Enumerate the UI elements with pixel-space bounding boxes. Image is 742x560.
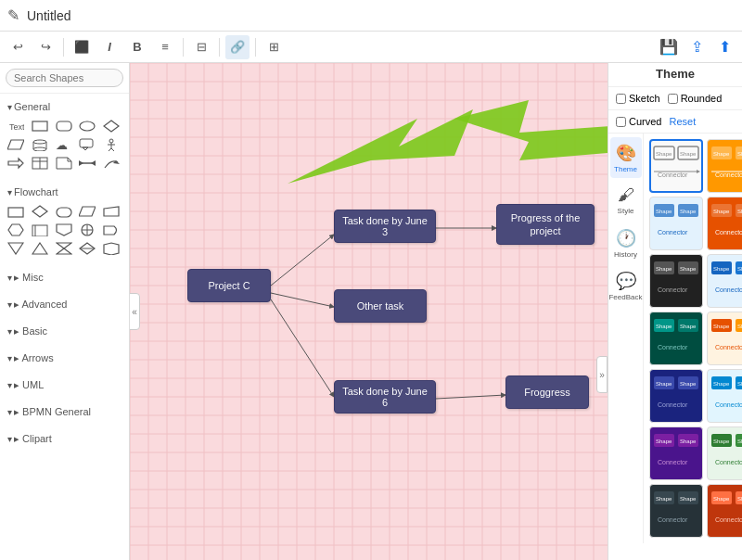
svg-text:Connector: Connector <box>715 344 742 350</box>
section-uml-title[interactable]: ▸ UML <box>6 375 123 395</box>
section-basic-title[interactable]: ▸ Basic <box>6 322 123 341</box>
svg-rect-1 <box>32 121 47 131</box>
fc-prep[interactable] <box>6 222 26 238</box>
node-other-task[interactable]: Other task <box>334 289 427 323</box>
table-button[interactable]: ⊞ <box>262 35 286 59</box>
curved-checkbox[interactable] <box>616 117 626 127</box>
search-input[interactable] <box>6 69 123 87</box>
theme-icon-btn[interactable]: 🎨 Theme <box>610 137 642 178</box>
node-task-june6[interactable]: Task done by June 6 <box>334 380 436 414</box>
theme-card-2[interactable]: Shape Shape Connector <box>707 139 742 193</box>
section-general-title[interactable]: General <box>6 97 123 116</box>
svg-text:Shape: Shape <box>656 496 672 502</box>
node-progress[interactable]: Progress of the project <box>496 204 595 245</box>
left-panel-collapse[interactable]: « <box>130 293 140 330</box>
shape-parallelogram[interactable] <box>6 136 26 153</box>
section-advanced-title[interactable]: ▸ Advanced <box>6 295 123 314</box>
fc-internal[interactable] <box>30 222 50 238</box>
format-button[interactable]: ⬛ <box>70 35 94 59</box>
right-panel-content: 🎨 Theme 🖌 Style 🕐 History 💬 FeedBack <box>608 134 742 543</box>
section-misc-title[interactable]: ▸ Misc <box>6 268 123 287</box>
publish-button[interactable]: ⬆ <box>712 35 736 59</box>
svg-rect-31 <box>57 208 71 217</box>
history-icon-btn[interactable]: 🕐 History <box>610 223 642 263</box>
link-button[interactable]: 🔗 <box>225 35 249 59</box>
theme-card-7[interactable]: Shape Shape Connector <box>649 312 703 365</box>
toolbar-separator-3 <box>219 38 220 57</box>
curved-label[interactable]: Curved <box>616 116 661 127</box>
fc-data[interactable] <box>77 203 97 220</box>
shape-cylinder[interactable] <box>30 136 50 153</box>
theme-card-10[interactable]: Shape Shape Connector <box>707 369 742 423</box>
reset-button[interactable]: Reset <box>669 116 696 127</box>
fc-delay[interactable] <box>101 222 122 238</box>
fc-manual[interactable] <box>101 203 122 220</box>
shape-curved-arrow[interactable] <box>101 155 122 172</box>
shape-note[interactable] <box>54 155 74 172</box>
shape-double-arrow[interactable] <box>77 155 97 172</box>
theme-card-8[interactable]: Shape Shape Connector <box>707 312 742 365</box>
canvas-area[interactable]: « Project C T <box>130 63 608 560</box>
toolbar-separator-4 <box>255 38 256 57</box>
shape-text[interactable]: Text <box>6 118 26 134</box>
svg-text:Shape: Shape <box>656 266 672 272</box>
section-arrows-title[interactable]: ▸ Arrows <box>6 349 123 368</box>
svg-text:Shape: Shape <box>713 496 730 502</box>
svg-text:Shape: Shape <box>737 381 742 387</box>
shape-arrow-right[interactable] <box>6 155 26 172</box>
section-bpmn-title[interactable]: ▸ BPMN General <box>6 402 123 422</box>
fc-merge[interactable] <box>6 240 26 257</box>
theme-card-6[interactable]: Shape Shape Connector <box>707 254 742 308</box>
share-button[interactable]: ⇪ <box>684 35 709 59</box>
redo-button[interactable]: ↪ <box>33 35 58 59</box>
list-button[interactable]: ≡ <box>153 35 177 59</box>
shape-rounded[interactable] <box>54 118 74 134</box>
fc-sumjunction[interactable] <box>77 222 97 238</box>
theme-card-12[interactable]: Shape Shape Connector <box>707 426 742 480</box>
theme-card-3[interactable]: Shape Shape Connector <box>649 197 703 250</box>
svg-rect-2 <box>57 121 71 131</box>
undo-button[interactable]: ↩ <box>6 35 30 59</box>
node-task-june3[interactable]: Task done by June 3 <box>334 210 436 243</box>
theme-card-1[interactable]: Shape Shape Connector <box>649 139 703 193</box>
feedback-icon-btn[interactable]: 💬 FeedBack <box>610 265 642 306</box>
shape-person[interactable] <box>101 136 122 153</box>
fc-process[interactable] <box>6 203 26 220</box>
rounded-label[interactable]: Rounded <box>668 93 723 104</box>
save-button[interactable]: 💾 <box>657 35 681 59</box>
theme-card-13[interactable]: Shape Shape Connector <box>649 484 703 538</box>
history-icon-label: History <box>614 250 637 259</box>
shape-diamond[interactable] <box>101 118 122 134</box>
section-flowchart-title[interactable]: Flowchart <box>6 183 123 201</box>
theme-card-11[interactable]: Shape Shape Connector <box>649 426 703 480</box>
shape-table[interactable] <box>30 155 50 172</box>
align-button[interactable]: ⊟ <box>189 35 213 59</box>
section-clipart-title[interactable]: ▸ Clipart <box>6 429 123 449</box>
theme-card-9[interactable]: Shape Shape Connector <box>649 369 703 423</box>
rounded-checkbox[interactable] <box>668 94 678 104</box>
fc-extract[interactable] <box>30 240 50 257</box>
style-icon-btn[interactable]: 🖌 Style <box>610 180 642 221</box>
shape-callout[interactable] <box>77 136 97 153</box>
node-project-c[interactable]: Project C <box>187 269 271 302</box>
theme-card-14[interactable]: Shape Shape Connector <box>707 484 742 538</box>
shape-rect[interactable] <box>30 118 50 134</box>
fc-store[interactable] <box>101 240 122 257</box>
node-froggress[interactable]: Froggress <box>505 375 589 409</box>
theme-card-5[interactable]: Shape Shape Connector <box>649 254 703 308</box>
sketch-label[interactable]: Sketch <box>616 93 660 104</box>
shape-ellipse[interactable] <box>77 118 97 134</box>
fc-collate[interactable] <box>54 240 74 257</box>
fc-decision[interactable] <box>30 203 50 220</box>
section-arrows: ▸ Arrows <box>0 345 129 372</box>
shape-cloud[interactable]: ☁ <box>54 136 74 153</box>
fc-offpage[interactable] <box>54 222 74 238</box>
italic-button[interactable]: I <box>97 35 122 59</box>
fc-sort[interactable] <box>77 240 97 257</box>
theme-grid-container: Shape Shape Connector Shape <box>644 134 742 543</box>
theme-card-4[interactable]: Shape Shape Connector <box>707 197 742 250</box>
bold-button[interactable]: B <box>125 35 149 59</box>
theme-icon: 🎨 <box>616 143 636 163</box>
fc-terminator[interactable] <box>54 203 74 220</box>
sketch-checkbox[interactable] <box>616 94 626 104</box>
